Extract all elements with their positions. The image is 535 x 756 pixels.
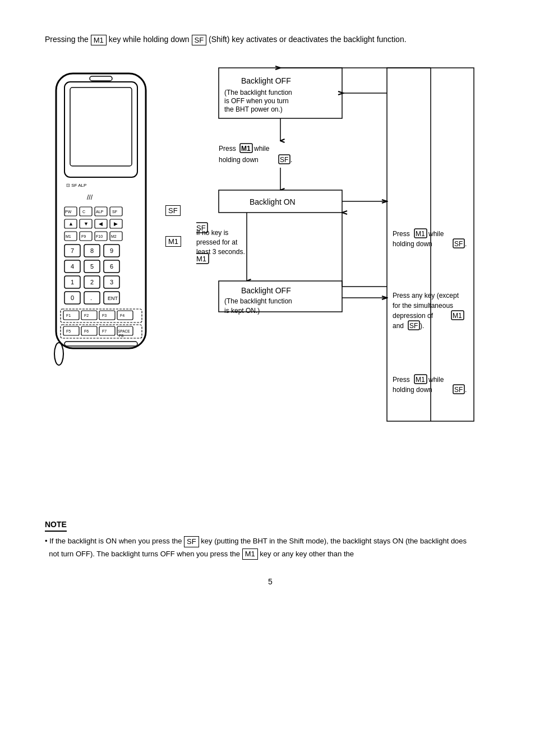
svg-rect-3 xyxy=(90,76,112,81)
svg-text:6: 6 xyxy=(110,263,113,270)
intro-paragraph: Pressing the M1 key while holding down S… xyxy=(45,34,496,45)
svg-text:.: . xyxy=(90,294,92,301)
intro-text-after: (Shift) key activates or deactivates the… xyxy=(206,35,406,44)
svg-text:Press: Press xyxy=(219,145,236,153)
note-section: NOTE • If the backlight is ON when you p… xyxy=(45,518,496,560)
svg-text:depression of: depression of xyxy=(393,312,433,320)
svg-text:F2: F2 xyxy=(84,314,89,317)
svg-text:and: and xyxy=(393,322,404,330)
svg-text:7: 7 xyxy=(71,247,74,254)
svg-text:ALP: ALP xyxy=(96,210,104,214)
svg-text:F4: F4 xyxy=(120,314,124,317)
svg-text:4: 4 xyxy=(71,263,74,270)
svg-text:SF: SF xyxy=(454,240,463,248)
svg-text:F5: F5 xyxy=(66,329,71,333)
svg-text:F1: F1 xyxy=(66,314,71,317)
svg-text:is kept ON.): is kept ON.) xyxy=(224,307,260,315)
sf-key-intro: SF xyxy=(192,35,207,46)
svg-text:◀: ◀ xyxy=(99,221,103,227)
svg-text:M1: M1 xyxy=(416,376,425,384)
sf-key-note: SF xyxy=(184,536,199,547)
svg-text:F10: F10 xyxy=(96,234,103,238)
svg-text:///: /// xyxy=(87,193,93,201)
svg-text:M1: M1 xyxy=(241,145,251,153)
svg-text:pressed for at: pressed for at xyxy=(196,238,238,246)
svg-text:least 3 seconds.: least 3 seconds. xyxy=(196,248,245,256)
svg-text:Backlight OFF: Backlight OFF xyxy=(241,76,291,85)
svg-text:SF: SF xyxy=(454,386,463,394)
svg-text:.: . xyxy=(465,240,467,248)
svg-rect-2 xyxy=(70,87,132,166)
svg-text:F7: F7 xyxy=(102,329,107,333)
svg-text:holding down: holding down xyxy=(219,156,259,164)
svg-text:C: C xyxy=(82,210,85,214)
svg-rect-73 xyxy=(64,342,137,346)
svg-text:Backlight ON: Backlight ON xyxy=(250,197,296,206)
svg-text:M2: M2 xyxy=(111,234,117,238)
svg-text:PW: PW xyxy=(65,210,72,214)
svg-text:▼: ▼ xyxy=(84,221,89,227)
sf-label-flow: SF xyxy=(165,205,181,216)
svg-text:.: . xyxy=(290,156,292,164)
svg-text:F3: F3 xyxy=(102,314,107,317)
svg-text:(The backlight function: (The backlight function xyxy=(224,297,292,305)
svg-text:8: 8 xyxy=(90,247,94,254)
svg-text:(The backlight function: (The backlight function xyxy=(224,89,292,96)
svg-text:2: 2 xyxy=(90,279,94,285)
svg-text:F9: F9 xyxy=(81,234,86,238)
svg-text:Press: Press xyxy=(393,376,410,384)
svg-text:9: 9 xyxy=(110,247,113,254)
svg-rect-8 xyxy=(80,207,92,216)
page: Pressing the M1 key while holding down S… xyxy=(0,0,535,756)
svg-text:SF: SF xyxy=(409,322,418,330)
svg-text:5: 5 xyxy=(90,263,94,270)
svg-text:Press any key (except: Press any key (except xyxy=(393,292,459,299)
svg-text:Press: Press xyxy=(393,230,410,238)
diagram-area: ⊡ SF ALP /// PW C ALP SF ▲ ▼ ◀ xyxy=(45,62,496,490)
svg-text:is OFF when you turn: is OFF when you turn xyxy=(224,97,289,105)
svg-text:).: ). xyxy=(420,322,424,330)
svg-text:ENT: ENT xyxy=(108,296,118,301)
svg-text:M1: M1 xyxy=(66,234,71,238)
svg-text:▶: ▶ xyxy=(114,221,118,227)
svg-text:F8: F8 xyxy=(119,334,123,338)
svg-text:SF: SF xyxy=(280,156,288,164)
svg-text:SPACE: SPACE xyxy=(118,329,130,333)
svg-text:M1: M1 xyxy=(196,255,206,263)
intro-text-middle: key while holding down xyxy=(107,35,192,44)
svg-text:the BHT power on.): the BHT power on.) xyxy=(224,105,283,113)
m1-key-intro: M1 xyxy=(91,35,107,46)
svg-text:1: 1 xyxy=(71,279,74,285)
note-text: • If the backlight is ON when you press … xyxy=(45,535,496,560)
note-label: NOTE xyxy=(45,518,67,532)
svg-text:holding down: holding down xyxy=(393,386,432,394)
m1-key-note: M1 xyxy=(242,548,258,560)
svg-point-74 xyxy=(54,343,63,365)
svg-text:for the simultaneous: for the simultaneous xyxy=(393,302,453,310)
svg-text:0: 0 xyxy=(71,294,74,301)
svg-text:M1: M1 xyxy=(416,230,425,238)
m1-label-flow: M1 xyxy=(165,236,181,247)
svg-text:▲: ▲ xyxy=(68,221,73,227)
flow-diagram: SF M1 Backlight OFF (The backlight funct… xyxy=(196,62,496,490)
intro-text-before: Pressing the xyxy=(45,35,91,44)
svg-text:If no key is: If no key is xyxy=(196,229,228,237)
svg-text:F6: F6 xyxy=(84,329,89,333)
svg-text:SF: SF xyxy=(112,210,117,214)
svg-text:.: . xyxy=(465,386,467,394)
device-illustration: ⊡ SF ALP /// PW C ALP SF ▲ ▼ ◀ xyxy=(45,68,168,395)
svg-text:Backlight OFF: Backlight OFF xyxy=(241,286,291,295)
svg-text:3: 3 xyxy=(110,279,113,285)
flow-diagram-svg: SF M1 Backlight OFF (The backlight funct… xyxy=(196,62,477,488)
device-svg: ⊡ SF ALP /// PW C ALP SF ▲ ▼ ◀ xyxy=(45,68,163,393)
svg-text:M1: M1 xyxy=(453,312,462,320)
svg-text:while: while xyxy=(253,145,270,153)
svg-text:holding down: holding down xyxy=(393,240,432,248)
page-number: 5 xyxy=(45,577,496,586)
svg-text:⊡ SF ALP: ⊡ SF ALP xyxy=(66,183,86,188)
